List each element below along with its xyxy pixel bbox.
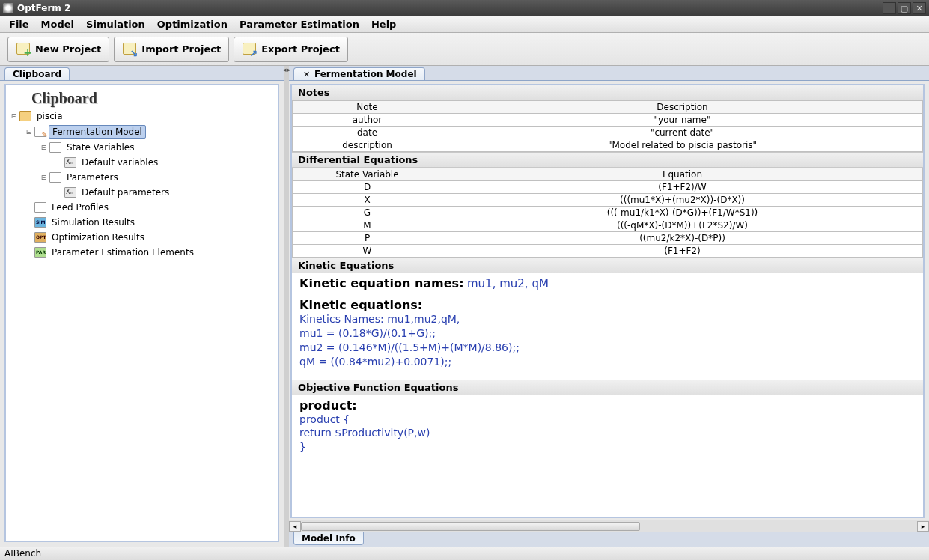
objective-line: return $Productivity(P,w) [299, 426, 916, 440]
tree-fermentation-model[interactable]: ⊟ Fermentation Model [25, 124, 273, 140]
tree-feed-profiles[interactable]: Feed Profiles [25, 200, 273, 215]
toggle-icon[interactable]: ⊟ [40, 174, 47, 181]
horizontal-scrollbar[interactable]: ◂ ▸ [289, 520, 929, 532]
new-project-button[interactable]: New Project [7, 37, 109, 62]
tree-optimization-results-label[interactable]: Optimization Results [49, 231, 147, 243]
tab-model-info-label: Model Info [302, 533, 356, 544]
export-project-button[interactable]: Export Project [234, 37, 348, 62]
scroll-thumb[interactable] [301, 522, 640, 531]
section-objective-header: Objective Function Equations [292, 380, 923, 395]
tree-fermentation-model-label[interactable]: Fermentation Model [49, 125, 146, 139]
diffeq-col-eq: Equation [442, 168, 923, 181]
tree-project-label[interactable]: piscia [34, 110, 66, 122]
table-row[interactable]: X(((mu1*X)+(mu2*X))-(D*X)) [293, 194, 923, 207]
tab-clipboard[interactable]: Clipboard [4, 67, 70, 80]
toggle-icon[interactable]: ⊟ [10, 113, 17, 120]
kinetic-line: qM = ((0.84*mu2)+0.0071);; [299, 355, 916, 369]
tab-fermentation-model[interactable]: ✕ Fermentation Model [293, 67, 425, 80]
tree-optimization-results[interactable]: Optimization Results [25, 230, 273, 245]
menu-help[interactable]: Help [365, 17, 402, 31]
diffeq-eq: (((-qM*X)-(D*M))+(F2*S2)/W) [442, 219, 923, 232]
spacer [55, 189, 62, 196]
export-project-icon [242, 42, 257, 57]
notes-col-note: Note [293, 101, 442, 114]
new-project-icon [16, 42, 31, 57]
scroll-track[interactable] [301, 521, 917, 532]
table-row[interactable]: author "your name" [293, 114, 923, 127]
import-project-icon [122, 42, 137, 57]
table-row[interactable]: M(((-qM*X)-(D*M))+(F2*S2)/W) [293, 219, 923, 232]
menu-simulation[interactable]: Simulation [80, 17, 151, 31]
kinetic-line: Kinetics Names: mu1,mu2,qM, [299, 312, 916, 326]
table-row[interactable]: description "Model related to piscia pas… [293, 139, 923, 152]
tree-parameters-label[interactable]: Parameters [64, 171, 121, 183]
spacer [25, 219, 32, 226]
tree-feed-profiles-label[interactable]: Feed Profiles [49, 201, 112, 213]
menu-optimization[interactable]: Optimization [151, 17, 234, 31]
table-row[interactable]: G(((-mu1/k1*X)-(D*G))+(F1/W*S1)) [293, 207, 923, 219]
import-project-label: Import Project [141, 43, 221, 55]
diffeq-table: State Variable Equation D(F1+F2)/W X(((m… [292, 168, 923, 258]
tree-default-parameters-label[interactable]: Default parameters [79, 186, 172, 198]
import-project-button[interactable]: Import Project [114, 37, 229, 62]
new-project-label: New Project [35, 43, 101, 55]
tree-state-variables[interactable]: ⊟ State Variables [40, 140, 273, 155]
right-panel: ✕ Fermentation Model Notes Note Descript… [289, 66, 929, 547]
par-icon [34, 247, 46, 258]
vertical-splitter[interactable] [284, 66, 289, 547]
kinetic-line: mu1 = (0.18*G)/(0.1+G);; [299, 326, 916, 341]
statusbar: AIBench [0, 547, 929, 560]
tree-default-parameters[interactable]: Default parameters [55, 185, 273, 200]
toggle-icon[interactable]: ⊟ [40, 144, 47, 151]
tree-parameter-estimation-elements-label[interactable]: Parameter Estimation Elements [49, 246, 197, 258]
diffeq-var: X [293, 194, 442, 207]
bottom-tab-strip: Model Info [289, 532, 929, 547]
tree-project[interactable]: ⊟ piscia [10, 109, 273, 124]
notes-table: Note Description author "your name" date… [292, 100, 923, 152]
section-kinetic-header: Kinetic Equations [292, 258, 923, 273]
tree-parameter-estimation-elements[interactable]: Parameter Estimation Elements [25, 245, 273, 260]
tree-default-variables[interactable]: Default variables [55, 155, 273, 170]
diffeq-eq: (((-mu1/k1*X)-(D*G))+(F1/W*S1)) [442, 207, 923, 219]
kinetic-body: Kinetic equation names: mu1, mu2, qM Kin… [292, 273, 923, 380]
table-row[interactable]: D(F1+F2)/W [293, 181, 923, 194]
diffeq-eq: (F1+F2) [442, 245, 923, 258]
kinetic-names: mu1, mu2, qM [467, 277, 549, 290]
tab-model-info[interactable]: Model Info [293, 532, 364, 545]
tree-parameters[interactable]: ⊟ Parameters [40, 170, 273, 185]
tree-state-variables-label[interactable]: State Variables [64, 141, 137, 153]
main-area: Clipboard Clipboard ⊟ piscia ⊟ Fermentat… [0, 66, 929, 547]
table-row[interactable]: date "current date" [293, 127, 923, 139]
minimize-button[interactable]: _ [883, 2, 896, 14]
table-row[interactable]: P((mu2/k2*X)-(D*P)) [293, 232, 923, 245]
spacer [25, 234, 32, 241]
tree-simulation-results[interactable]: Simulation Results [25, 215, 273, 230]
folder-icon [19, 111, 31, 121]
menu-model[interactable]: Model [35, 17, 80, 31]
scroll-right-icon[interactable]: ▸ [917, 521, 929, 532]
menu-parameter-estimation[interactable]: Parameter Estimation [234, 17, 365, 31]
tab-fermentation-model-label: Fermentation Model [314, 69, 417, 79]
notes-cell-desc: "Model related to piscia pastoris" [442, 139, 923, 152]
tree-simulation-results-label[interactable]: Simulation Results [49, 216, 138, 228]
tree-panel[interactable]: Clipboard ⊟ piscia ⊟ Fermentation Model [4, 84, 279, 542]
toggle-icon[interactable]: ⊟ [25, 129, 32, 136]
maximize-button[interactable]: ▢ [898, 2, 911, 14]
diffeq-var: M [293, 219, 442, 232]
diffeq-var: W [293, 245, 442, 258]
spacer [55, 159, 62, 166]
scroll-left-icon[interactable]: ◂ [289, 521, 301, 532]
toolbar: New Project Import Project Export Projec… [0, 33, 929, 66]
diffeq-eq: (((mu1*X)+(mu2*X))-(D*X)) [442, 194, 923, 207]
section-diffeq-header: Differential Equations [292, 152, 923, 168]
tab-close-icon[interactable]: ✕ [302, 70, 311, 79]
kinetic-eq-label: Kinetic equations: [299, 298, 916, 312]
menu-file[interactable]: File [3, 17, 35, 31]
left-tab-strip: Clipboard [0, 66, 284, 81]
close-button[interactable]: ✕ [913, 2, 926, 14]
spacer [25, 204, 32, 211]
table-row[interactable]: W(F1+F2) [293, 245, 923, 258]
tree-default-variables-label[interactable]: Default variables [79, 156, 161, 168]
project-tree: ⊟ piscia ⊟ Fermentation Model ⊟ Sta [10, 109, 273, 260]
objective-body: product: product { return $Productivity(… [292, 395, 923, 466]
